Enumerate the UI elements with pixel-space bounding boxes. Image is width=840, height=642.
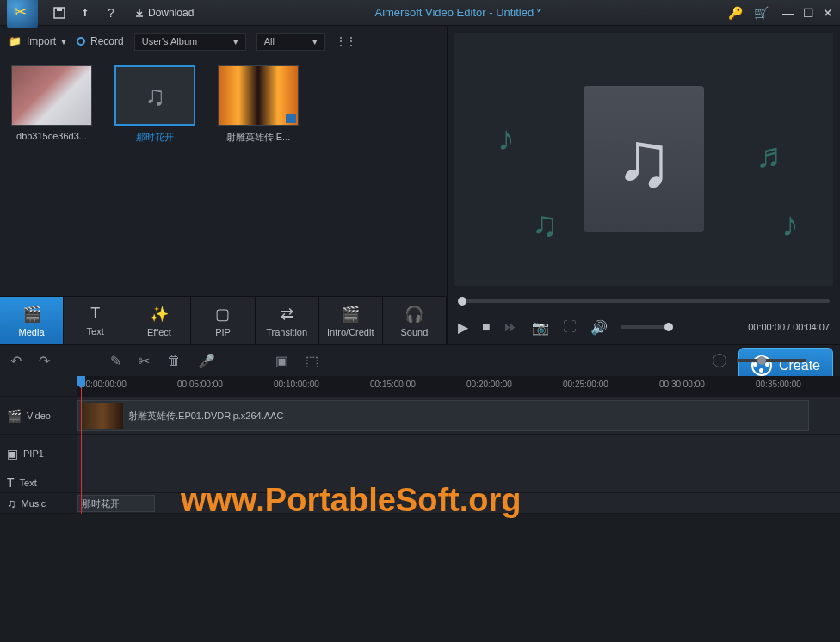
maximize-button[interactable]: ☐ xyxy=(803,6,814,20)
preview-viewport[interactable]: ♪ ♫ ♬ ♪ xyxy=(454,33,833,286)
seek-handle[interactable] xyxy=(458,297,466,306)
tab-transition[interactable]: ⇄Transition xyxy=(256,297,319,344)
download-icon xyxy=(134,8,145,18)
timeline-ruler[interactable]: 00:00:00:00 00:05:00:00 00:10:00:00 00:1… xyxy=(77,376,840,397)
text-icon: T xyxy=(90,305,100,323)
media-thumb[interactable]: 那时花开 xyxy=(112,65,198,144)
label-text: Music xyxy=(22,498,46,509)
import-button[interactable]: 📁 Import ▾ xyxy=(9,35,66,47)
tab-label: Text xyxy=(87,326,104,336)
aspect-button[interactable]: ⬚ xyxy=(306,353,318,369)
pip-track[interactable] xyxy=(77,435,840,472)
category-tabs: 🎬Media TText ✨Effect ▢PIP ⇄Transition 🎬I… xyxy=(0,296,447,344)
record-button[interactable]: Record xyxy=(77,35,124,47)
filter-dropdown[interactable]: All ▾ xyxy=(256,33,325,51)
text-track[interactable] xyxy=(77,472,840,493)
album-value: User's Album xyxy=(142,36,197,46)
label-text: Text xyxy=(20,478,37,488)
tab-intro-credit[interactable]: 🎬Intro/Credit xyxy=(319,297,383,344)
music-track[interactable]: 那时花开 xyxy=(77,493,840,514)
tab-media[interactable]: 🎬Media xyxy=(0,297,64,344)
media-panel: 📁 Import ▾ Record User's Album ▾ All ▾ ⋮… xyxy=(0,26,448,344)
crop-button[interactable]: ▣ xyxy=(275,353,288,369)
close-button[interactable]: ✕ xyxy=(823,6,833,20)
voiceover-button[interactable]: 🎤 xyxy=(198,353,215,369)
redo-button[interactable]: ↷ xyxy=(39,353,50,369)
ruler-tick: 00:05:00:00 xyxy=(177,380,223,389)
record-label: Record xyxy=(90,35,124,47)
music-note-icon: ♫ xyxy=(532,205,558,244)
preview-music-placeholder xyxy=(584,86,704,232)
tab-label: PIP xyxy=(215,327,231,337)
zoom-out-button[interactable]: − xyxy=(713,354,726,367)
thumb-image xyxy=(218,65,299,126)
transition-icon: ⇄ xyxy=(281,305,293,324)
tab-effect[interactable]: ✨Effect xyxy=(127,297,191,344)
music-note-icon: ♪ xyxy=(497,119,515,157)
track-label-video[interactable]: 🎬Video xyxy=(0,397,77,435)
ruler-tick: 00:25:00:00 xyxy=(563,380,608,389)
thumb-label: 那时花开 xyxy=(112,131,198,144)
app-logo-icon xyxy=(7,0,38,28)
filter-value: All xyxy=(264,36,275,46)
svg-rect-1 xyxy=(57,8,62,11)
view-mode-button[interactable]: ⋮⋮ xyxy=(336,35,356,47)
edit-button[interactable]: ✎ xyxy=(110,353,121,369)
track-label-music[interactable]: ♫Music xyxy=(0,493,77,514)
playhead[interactable] xyxy=(81,376,82,514)
facebook-button[interactable]: f xyxy=(75,3,96,23)
clapper-icon: 🎬 xyxy=(341,305,360,324)
chevron-down-icon: ▾ xyxy=(312,36,318,47)
step-forward-button[interactable]: ⏭ xyxy=(504,319,518,335)
key-button[interactable]: 🔑 xyxy=(725,3,745,23)
download-label: Download xyxy=(148,7,194,19)
save-button[interactable] xyxy=(49,3,70,23)
media-thumb[interactable]: dbb315ce36d3... xyxy=(9,65,95,141)
tab-sound[interactable]: 🎧Sound xyxy=(383,297,447,344)
volume-slider[interactable] xyxy=(621,325,673,329)
undo-button[interactable]: ↶ xyxy=(10,353,22,369)
tab-text[interactable]: TText xyxy=(64,297,127,344)
help-button[interactable]: ? xyxy=(101,3,121,23)
delete-button[interactable]: 🗑 xyxy=(167,353,181,368)
play-button[interactable]: ▶ xyxy=(458,319,468,336)
minimize-button[interactable]: — xyxy=(782,6,794,20)
music-note-icon: ♬ xyxy=(756,136,781,175)
preview-panel: ♪ ♫ ♬ ♪ ▶ ■ ⏭ 📷 ⛶ 🔊 00:00:00 / 00:04:07 xyxy=(448,26,840,344)
snapshot-button[interactable]: 📷 xyxy=(532,319,549,336)
track-label-pip[interactable]: ▣PIP1 xyxy=(0,435,77,472)
download-button[interactable]: Download xyxy=(134,7,194,19)
stop-button[interactable]: ■ xyxy=(482,319,491,335)
thumb-image xyxy=(11,65,92,126)
thumb-label: 射雕英雄传.E... xyxy=(215,131,301,144)
media-thumb[interactable]: 射雕英雄传.E... xyxy=(215,65,301,144)
album-dropdown[interactable]: User's Album ▾ xyxy=(134,33,246,51)
ruler-tick: 00:00:00:00 xyxy=(81,380,127,389)
titlebar: f ? Download Aimersoft Video Editor - Un… xyxy=(0,0,840,26)
cut-button[interactable]: ✂ xyxy=(139,353,150,369)
music-clip[interactable]: 那时花开 xyxy=(77,495,155,512)
volume-button[interactable]: 🔊 xyxy=(590,319,608,336)
track-label-text[interactable]: TText xyxy=(0,472,77,493)
clip-label: 射雕英雄传.EP01.DVDRip.x264.AAC xyxy=(128,410,283,423)
tab-pip[interactable]: ▢PIP xyxy=(191,297,255,344)
seek-bar[interactable] xyxy=(448,293,840,310)
tab-label: Intro/Credit xyxy=(327,327,374,337)
cart-button[interactable]: 🛒 xyxy=(750,3,771,23)
media-icon: 🎬 xyxy=(22,305,41,324)
pip-icon: ▢ xyxy=(215,305,230,324)
tab-label: Effect xyxy=(147,327,171,337)
video-track[interactable]: 射雕英雄传.EP01.DVDRip.x264.AAC xyxy=(77,397,840,435)
zoom-slider[interactable] xyxy=(737,359,806,362)
thumb-image-music-icon xyxy=(114,65,195,126)
text-icon: T xyxy=(7,476,15,490)
clip-label: 那时花开 xyxy=(82,497,120,510)
ruler-tick: 00:30:00:00 xyxy=(659,380,705,389)
pip-icon: ▣ xyxy=(7,447,18,460)
ruler-tick: 00:10:00:00 xyxy=(274,380,319,389)
ruler-label-spacer xyxy=(0,376,77,397)
chevron-down-icon: ▾ xyxy=(233,36,238,47)
tab-label: Media xyxy=(19,327,45,337)
fullscreen-button[interactable]: ⛶ xyxy=(563,319,577,335)
video-clip[interactable]: 射雕英雄传.EP01.DVDRip.x264.AAC xyxy=(77,400,809,431)
